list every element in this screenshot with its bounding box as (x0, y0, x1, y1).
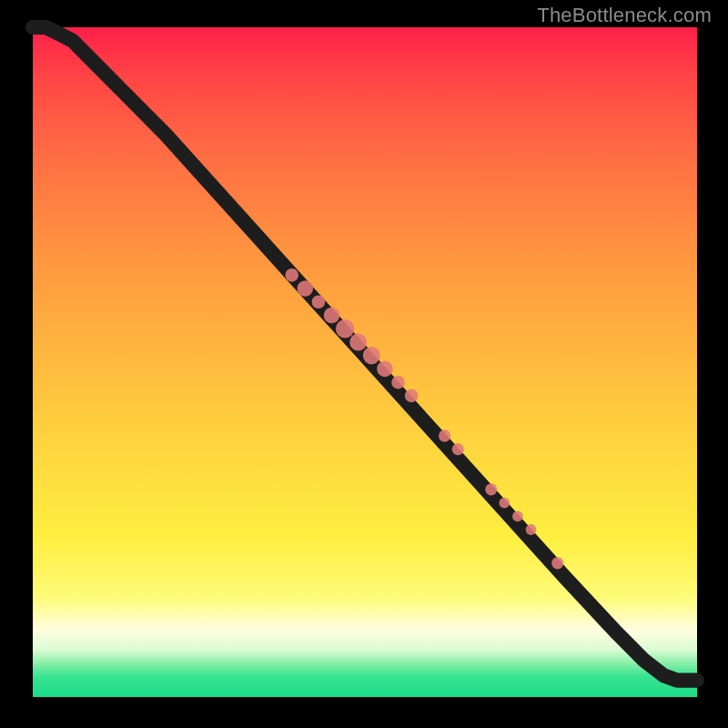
curve-point (298, 280, 314, 297)
chart-svg (33, 27, 697, 697)
curve-point (324, 308, 340, 324)
curve-point (452, 443, 464, 455)
curve-point (526, 524, 537, 535)
chart-frame: TheBottleneck.com (0, 0, 728, 728)
curve-point (377, 361, 393, 378)
curve-point (349, 333, 367, 350)
curve-point (551, 557, 563, 569)
curve-point (391, 376, 405, 389)
curve-point (439, 430, 450, 441)
curve-point (512, 511, 523, 521)
curve-point (405, 389, 419, 402)
curve-point (363, 347, 380, 364)
watermark-label: TheBottleneck.com (537, 4, 712, 27)
curve-point (336, 319, 354, 339)
curve-point (485, 483, 497, 495)
plot-area (33, 27, 697, 697)
curve-point (285, 268, 298, 282)
curve-point (312, 295, 326, 308)
curve-point (499, 498, 510, 509)
